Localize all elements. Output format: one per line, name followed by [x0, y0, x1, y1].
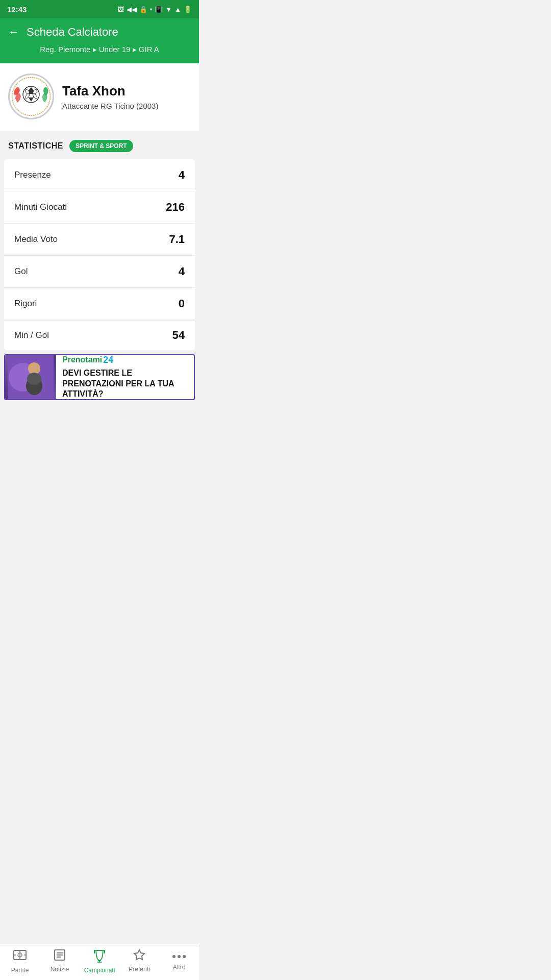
stat-row-rigori: Rigori 0	[4, 288, 195, 320]
nav-item-altro[interactable]: Altro	[159, 948, 199, 974]
header: ← Scheda Calciatore Reg. Piemonte ▸ Unde…	[0, 18, 199, 63]
dot-icon: •	[150, 6, 153, 13]
status-bar: 12:43 🖼 ◀◀ 🔒 • 📳 ▼ ▲ 🔋	[0, 0, 199, 18]
svg-point-32	[178, 955, 181, 958]
gallery-icon: 🖼	[117, 6, 124, 13]
wifi2-icon: ▲	[174, 6, 181, 13]
stat-name-presenze: Presenze	[14, 170, 51, 180]
stats-section: STATISTICHE SPRINT & SPORT Presenze 4 Mi…	[0, 131, 199, 441]
vibrate-icon: 📳	[155, 6, 163, 13]
ad-brand-num: 24	[103, 355, 113, 365]
nav-item-preferiti[interactable]: Preferiti	[119, 948, 159, 974]
stat-row-minuti: Minuti Giocati 216	[4, 191, 195, 224]
stat-value-minuti: 216	[166, 201, 185, 214]
status-icons: 🖼 ◀◀ 🔒 • 📳 ▼ ▲ 🔋	[117, 6, 192, 13]
breadcrumb-category: Under 19	[99, 45, 131, 54]
svg-point-31	[172, 955, 176, 958]
stat-name-rigori: Rigori	[14, 299, 37, 309]
player-role: Attaccante RG Ticino (2003)	[62, 102, 158, 110]
ad-banner[interactable]: Prenotami 24 DEVI GESTIRE LE PRENOTAZION…	[4, 354, 195, 400]
stat-value-presenze: 4	[179, 168, 185, 182]
back-button[interactable]: ←	[8, 26, 19, 39]
breadcrumb: Reg. Piemonte ▸ Under 19 ▸ GIR A	[8, 45, 191, 54]
preferiti-icon	[133, 948, 146, 964]
nav-label-preferiti: Preferiti	[129, 966, 149, 973]
ad-text: DEVI GESTIRE LE PRENOTAZIONI PER LA TUA …	[62, 368, 188, 400]
sprint-badge: SPRINT & SPORT	[69, 140, 133, 152]
ad-brand: Prenotami	[62, 355, 102, 364]
nav-item-campionati[interactable]: Campionati	[80, 948, 119, 974]
svg-marker-30	[134, 950, 144, 960]
stat-value-gol: 4	[179, 265, 185, 278]
stat-row-gol: Gol 4	[4, 256, 195, 288]
stat-value-media: 7.1	[169, 233, 185, 246]
signal-icon: ◀◀	[127, 6, 137, 13]
player-info: Tafa Xhon Attaccante RG Ticino (2003)	[62, 83, 158, 110]
team-logo	[8, 74, 54, 119]
stat-row-presenze: Presenze 4	[4, 159, 195, 191]
stats-header: STATISTICHE SPRINT & SPORT	[0, 140, 199, 159]
nav-label-partite: Partite	[11, 967, 29, 974]
ad-content: Prenotami 24 DEVI GESTIRE LE PRENOTAZION…	[56, 354, 194, 400]
stat-name-minuti: Minuti Giocati	[14, 202, 67, 212]
nav-item-notizie[interactable]: Notizie	[40, 948, 80, 974]
stats-table: Presenze 4 Minuti Giocati 216 Media Voto…	[4, 159, 195, 350]
notizie-icon	[53, 948, 66, 964]
stats-label: STATISTICHE	[8, 141, 63, 151]
svg-point-13	[27, 373, 41, 385]
stat-row-mingol: Min / Gol 54	[4, 320, 195, 350]
partite-icon	[13, 948, 27, 965]
nav-label-notizie: Notizie	[51, 966, 69, 973]
nav-label-campionati: Campionati	[84, 967, 115, 974]
status-time: 12:43	[7, 5, 27, 14]
svg-point-33	[183, 955, 186, 958]
wifi-icon: ▼	[165, 6, 172, 13]
breadcrumb-sep2: ▸	[133, 45, 137, 54]
nav-label-altro: Altro	[173, 964, 186, 971]
stat-row-media: Media Voto 7.1	[4, 224, 195, 256]
player-name: Tafa Xhon	[62, 83, 158, 99]
altro-icon	[172, 948, 186, 962]
ad-image	[5, 355, 56, 399]
player-section: Tafa Xhon Attaccante RG Ticino (2003)	[0, 63, 199, 131]
stat-value-mingol: 54	[172, 329, 185, 342]
stat-name-gol: Gol	[14, 266, 28, 277]
breadcrumb-sep1: ▸	[93, 45, 97, 54]
breadcrumb-group: GIR A	[139, 45, 159, 54]
stat-name-media: Media Voto	[14, 234, 58, 244]
bottom-nav: Partite Notizie Ca	[0, 944, 199, 980]
stat-name-mingol: Min / Gol	[14, 330, 49, 340]
nav-item-partite[interactable]: Partite	[0, 948, 40, 974]
battery-icon: 🔋	[184, 6, 192, 13]
campionati-icon	[92, 948, 107, 965]
page-title: Scheda Calciatore	[27, 26, 118, 39]
stat-value-rigori: 0	[179, 297, 185, 310]
lock-icon: 🔒	[139, 6, 147, 13]
breadcrumb-region: Reg. Piemonte	[40, 45, 90, 54]
